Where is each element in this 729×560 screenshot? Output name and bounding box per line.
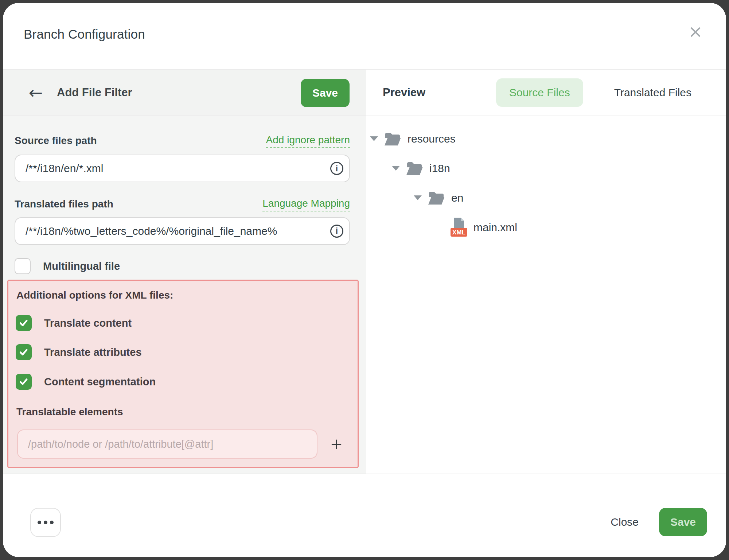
xml-file-icon: XML	[450, 218, 468, 237]
translate-content-checkbox[interactable]	[16, 315, 32, 331]
translate-attributes-label: Translate attributes	[44, 346, 142, 358]
modal-footer: Close Save	[3, 474, 726, 557]
preview-title: Preview	[383, 70, 425, 116]
add-translatable-element-button[interactable]: +	[326, 434, 347, 454]
add-ignore-pattern-link[interactable]: Add ignore pattern	[266, 134, 350, 148]
tree-label: en	[451, 192, 463, 204]
ellipsis-icon	[50, 521, 54, 524]
language-mapping-link[interactable]: Language Mapping	[262, 198, 350, 211]
translate-content-label: Translate content	[44, 317, 132, 329]
folder-open-icon	[428, 191, 445, 205]
chevron-down-icon[interactable]	[370, 136, 378, 141]
preview-tabs: Source Files Translated Files	[496, 70, 705, 116]
translated-path-input[interactable]	[15, 217, 350, 245]
file-tree: resources i18n en	[367, 116, 726, 242]
checkmark-icon	[19, 318, 29, 328]
translatable-elements-input[interactable]	[17, 429, 317, 459]
file-filter-form: Source files path Add ignore pattern i T…	[3, 116, 366, 474]
content-segmentation-checkbox[interactable]	[16, 374, 32, 390]
xml-options-section: Additional options for XML files: Transl…	[7, 280, 359, 468]
tree-row-main-xml[interactable]: XML main.xml	[367, 213, 726, 242]
tab-source-files[interactable]: Source Files	[496, 78, 583, 107]
tree-row-resources[interactable]: resources	[367, 124, 726, 153]
modal-header: Branch Configuration	[3, 3, 726, 69]
folder-open-icon	[384, 132, 401, 146]
tree-row-en[interactable]: en	[367, 183, 726, 213]
chevron-down-icon[interactable]	[414, 195, 422, 200]
source-path-input[interactable]	[15, 155, 350, 182]
tree-label: resources	[408, 133, 456, 145]
ellipsis-icon	[38, 521, 41, 524]
source-path-label: Source files path	[15, 135, 97, 147]
svg-text:XML: XML	[452, 229, 465, 236]
branch-configuration-modal: Branch Configuration ← Add File Filter S…	[3, 3, 726, 557]
translate-content-row: Translate content	[16, 315, 132, 331]
footer-save-button[interactable]: Save	[659, 508, 707, 536]
page-title: Branch Configuration	[24, 27, 145, 42]
xml-options-heading: Additional options for XML files:	[16, 289, 173, 301]
translate-attributes-row: Translate attributes	[16, 344, 142, 360]
translated-path-info-icon[interactable]: i	[330, 225, 343, 238]
content-segmentation-row: Content segmentation	[16, 374, 156, 390]
translatable-elements-label: Translatable elements	[16, 406, 123, 418]
more-options-button[interactable]	[30, 508, 61, 537]
source-path-info-icon[interactable]: i	[330, 162, 343, 175]
filter-title: Add File Filter	[57, 70, 132, 116]
tree-row-i18n[interactable]: i18n	[367, 153, 726, 183]
back-button[interactable]: ←	[25, 77, 47, 108]
chevron-down-icon[interactable]	[392, 166, 400, 171]
multilingual-label: Multilingual file	[43, 260, 120, 272]
multilingual-checkbox[interactable]	[15, 258, 31, 274]
close-icon	[689, 25, 702, 39]
ellipsis-icon	[44, 521, 47, 524]
checkmark-icon	[19, 347, 29, 357]
translated-path-label: Translated files path	[15, 198, 113, 210]
filter-save-button[interactable]: Save	[301, 79, 350, 107]
toolbar: ← Add File Filter Save Preview Source Fi…	[3, 69, 726, 116]
close-text-button[interactable]: Close	[611, 516, 639, 528]
tree-label: i18n	[429, 162, 450, 175]
checkmark-icon	[19, 377, 29, 387]
tab-translated-files[interactable]: Translated Files	[601, 78, 705, 107]
content-area: Source files path Add ignore pattern i T…	[3, 116, 726, 474]
folder-open-icon	[406, 161, 423, 176]
tree-label: main.xml	[473, 221, 517, 234]
content-segmentation-label: Content segmentation	[44, 376, 156, 388]
filter-toolbar: ← Add File Filter Save	[3, 70, 366, 116]
footer-actions: Close Save	[611, 508, 707, 536]
translate-attributes-checkbox[interactable]	[16, 344, 32, 360]
back-arrow-icon: ←	[29, 83, 43, 102]
multilingual-row: Multilingual file	[15, 258, 120, 274]
close-button[interactable]	[685, 21, 706, 43]
preview-toolbar: Preview Source Files Translated Files	[366, 70, 726, 116]
